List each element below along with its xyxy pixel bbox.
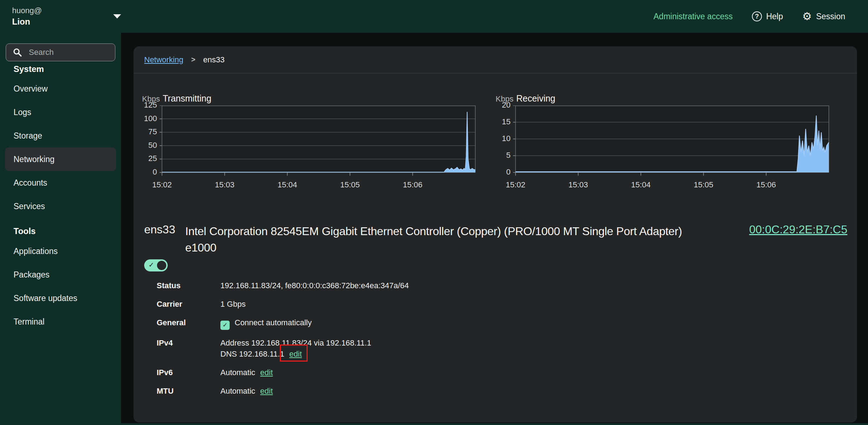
ipv4-edit-link[interactable]: edit <box>289 349 302 358</box>
status-row: Status 192.168.11.83/24, fe80:0:0:0:c368… <box>157 280 833 291</box>
sidebar-item-software-updates[interactable]: Software updates <box>0 286 121 310</box>
sidebar: System Overview Logs Storage Networking … <box>0 33 121 425</box>
breadcrumb-link-networking[interactable]: Networking <box>144 55 183 64</box>
masthead: huong@ Lion Administrative access ? Help… <box>0 0 868 33</box>
sidebar-item-label: Overview <box>14 84 48 94</box>
sidebar-item-label: Storage <box>14 131 42 141</box>
sidebar-item-logs[interactable]: Logs <box>0 100 121 124</box>
sidebar-item-label: Terminal <box>14 317 45 327</box>
chart-title: Transmitting <box>163 93 211 104</box>
sidebar-item-networking[interactable]: Networking <box>5 147 116 171</box>
y-axis-tick-labels: 05101520 <box>496 93 511 179</box>
ipv6-edit-link[interactable]: edit <box>260 368 273 377</box>
status-value: 192.168.11.83/24, fe80:0:0:0:c368:72be:e… <box>220 280 409 291</box>
sidebar-heading-tools: Tools <box>0 223 121 239</box>
carrier-label: Carrier <box>157 299 220 310</box>
sidebar-item-accounts[interactable]: Accounts <box>0 171 121 195</box>
ipv4-dns-line: DNS 192.168.11.1edit <box>220 348 371 359</box>
receiving-plot <box>513 105 832 177</box>
mtu-value: Automaticedit <box>220 385 273 397</box>
sidebar-item-label: Logs <box>14 108 31 117</box>
mac-address-link[interactable]: 00:0C:29:2E:B7:C5 <box>749 223 847 236</box>
mtu-row: MTU Automaticedit <box>157 385 833 397</box>
transmitting-plot <box>159 105 478 177</box>
sidebar-item-label: Services <box>14 202 45 211</box>
mtu-edit-link[interactable]: edit <box>260 387 273 395</box>
status-label: Status <box>157 280 220 291</box>
connect-automatically-checkbox[interactable]: ✓ <box>220 321 230 330</box>
session-menu[interactable]: ⚙ Session <box>802 11 845 22</box>
sidebar-item-services[interactable]: Services <box>0 195 121 218</box>
breadcrumb-separator-icon: > <box>191 56 195 64</box>
receiving-chart: Kbps Receiving 05101520 15:0215:0315:041… <box>496 93 848 197</box>
ipv4-value: Address 192.168.11.83/24 via 192.168.11.… <box>220 337 371 359</box>
sidebar-item-overview[interactable]: Overview <box>0 77 121 100</box>
sidebar-item-storage[interactable]: Storage <box>0 124 121 147</box>
search-input[interactable] <box>6 43 115 61</box>
ipv6-row: IPv6 Automaticedit <box>157 367 833 378</box>
general-label: General <box>157 317 220 330</box>
carrier-value: 1 Gbps <box>220 299 246 310</box>
connect-automatically-label: Connect automatically <box>235 318 312 327</box>
sidebar-item-applications[interactable]: Applications <box>0 239 121 263</box>
search-icon <box>13 48 22 57</box>
interface-details: Status 192.168.11.83/24, fe80:0:0:0:c368… <box>157 280 833 404</box>
toggle-knob <box>157 261 166 270</box>
ipv6-value-text: Automatic <box>220 368 255 377</box>
interface-description-text: Intel Corporation 82545EM Gigabit Ethern… <box>185 225 682 238</box>
ipv4-row: IPv4 Address 192.168.11.83/24 via 192.16… <box>157 337 833 359</box>
brand-menu[interactable]: huong@ Lion <box>12 6 121 27</box>
main-area: Networking > ens33 Kbps Transmitting 025… <box>121 33 868 423</box>
sidebar-item-label: Applications <box>14 247 58 256</box>
help-icon: ? <box>752 11 762 21</box>
chart-title: Receiving <box>516 93 555 104</box>
ipv4-label: IPv4 <box>157 337 220 359</box>
sidebar-item-label: Accounts <box>14 178 47 188</box>
transmitting-chart: Kbps Transmitting 0255075100125 15:0215:… <box>142 93 495 197</box>
interface-header: ens33 Intel Corporation 82545EM Gigabit … <box>144 223 847 256</box>
help-label: Help <box>766 12 783 21</box>
sidebar-item-label: Packages <box>14 270 49 280</box>
receiving-chart-header: Kbps Receiving <box>496 93 848 105</box>
breadcrumb-current: ens33 <box>203 55 225 64</box>
chevron-down-icon <box>113 14 121 19</box>
ipv6-label: IPv6 <box>157 367 220 378</box>
masthead-actions: Administrative access ? Help ⚙ Session <box>654 11 845 22</box>
administrative-access-link[interactable]: Administrative access <box>654 12 733 21</box>
transmitting-chart-header: Kbps Transmitting <box>142 93 495 105</box>
sidebar-item-label: Software updates <box>14 294 77 303</box>
toggle-check-icon: ✓ <box>148 261 154 269</box>
interface-name: ens33 <box>144 223 175 236</box>
breadcrumb: Networking > ens33 <box>134 46 857 73</box>
search-input-wrap <box>6 43 115 61</box>
session-label: Session <box>816 12 845 21</box>
carrier-row: Carrier 1 Gbps <box>157 299 833 310</box>
ipv4-address-line: Address 192.168.11.83/24 via 192.168.11.… <box>220 337 371 348</box>
brand-user: huong@ <box>12 6 42 16</box>
interface-enabled-toggle[interactable]: ✓ <box>144 259 168 271</box>
mtu-value-text: Automatic <box>220 387 255 395</box>
general-value: ✓Connect automatically <box>220 317 312 330</box>
gear-icon: ⚙ <box>802 11 812 22</box>
sidebar-item-packages[interactable]: Packages <box>0 263 121 286</box>
content-card: Networking > ens33 Kbps Transmitting 025… <box>134 46 857 423</box>
mtu-label: MTU <box>157 385 220 397</box>
interface-driver: e1000 <box>185 239 741 256</box>
interface-description: Intel Corporation 82545EM Gigabit Ethern… <box>185 223 741 256</box>
help-menu[interactable]: ? Help <box>752 11 783 21</box>
ipv6-value: Automaticedit <box>220 367 273 378</box>
sidebar-item-terminal[interactable]: Terminal <box>0 310 121 333</box>
brand-host: Lion <box>12 16 42 27</box>
ipv4-dns-text: DNS 192.168.11.1 <box>220 349 284 358</box>
sidebar-item-label: Networking <box>14 155 54 164</box>
general-row: General ✓Connect automatically <box>157 317 833 330</box>
sidebar-heading-system: System <box>0 61 121 77</box>
brand-text: huong@ Lion <box>12 6 42 27</box>
y-axis-tick-labels: 0255075100125 <box>142 93 158 179</box>
